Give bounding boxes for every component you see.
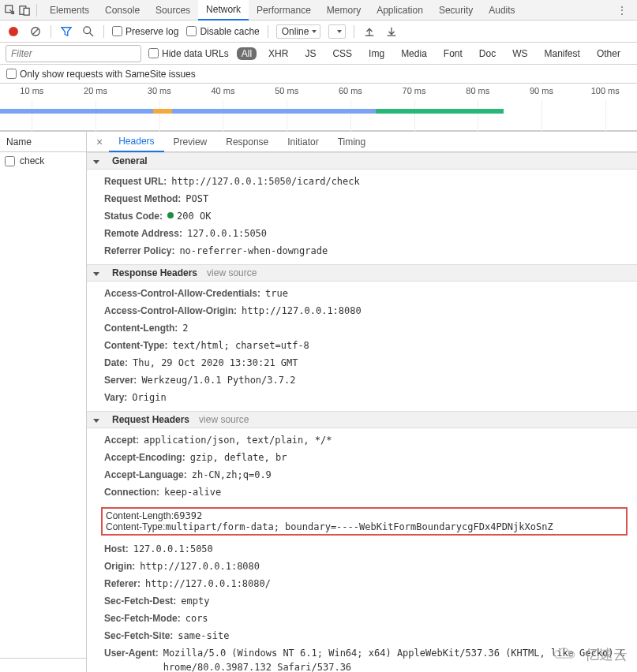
dtab-initiator[interactable]: Initiator	[278, 133, 328, 151]
filter-input[interactable]	[6, 46, 141, 62]
section-request-headers: Accept:application/json, text/plain, */*…	[87, 428, 637, 506]
dtab-timing[interactable]: Timing	[328, 133, 376, 151]
reqlist-footer	[0, 658, 86, 672]
type-filter-img[interactable]: Img	[364, 47, 389, 60]
preserve-log-label: Preserve log	[126, 26, 178, 37]
request-row-checkbox[interactable]	[5, 156, 15, 166]
kv-val: text/html; charset=utf-8	[172, 338, 631, 353]
search-icon[interactable]	[81, 24, 96, 39]
kv-val: keep-alive	[164, 485, 631, 499]
samesite-label: Only show requests with SameSite issues	[20, 69, 196, 80]
tab-console[interactable]: Console	[97, 1, 148, 20]
kv-val: empty	[181, 594, 631, 608]
type-filter-css[interactable]: CSS	[328, 47, 357, 60]
kv-key: Request Method:	[104, 192, 181, 206]
kv-val: 69392	[174, 510, 202, 521]
tick-label: 50 ms	[255, 86, 319, 95]
type-filter-js[interactable]: JS	[300, 47, 320, 60]
tab-network[interactable]: Network	[198, 0, 249, 21]
kv-key: Accept-Language:	[104, 468, 187, 482]
tab-label: Audits	[489, 5, 515, 16]
kv-val: same-site	[178, 629, 631, 643]
type-filter-all[interactable]: All	[237, 47, 257, 60]
kv-val: POST	[185, 192, 631, 206]
section-request-headers-toggle[interactable]: Request Headers view source	[87, 411, 637, 428]
clear-button[interactable]	[28, 24, 43, 39]
tab-label: Security	[439, 5, 473, 16]
hide-data-urls-checkbox[interactable]: Hide data URLs	[148, 48, 229, 59]
network-overview-timeline[interactable]: 10 ms 20 ms 30 ms 40 ms 50 ms 60 ms 70 m…	[0, 84, 637, 131]
throttling-presets-dropdown[interactable]	[328, 24, 346, 39]
type-filter-xhr[interactable]: XHR	[264, 47, 293, 60]
device-toolbar-icon[interactable]	[17, 3, 32, 17]
watermark: 亿速云	[552, 645, 628, 664]
tick-label: 20 ms	[64, 86, 128, 95]
kv-key: Referer:	[104, 577, 141, 591]
type-filter-doc[interactable]: Doc	[474, 47, 500, 60]
type-filter-manifest[interactable]: Manifest	[540, 47, 585, 60]
reqlist-header-name[interactable]: Name	[0, 132, 86, 152]
tab-security[interactable]: Security	[431, 1, 481, 20]
highlight-box: Content-Length:69392 Content-Type:multip…	[101, 507, 628, 536]
export-har-icon[interactable]	[384, 24, 399, 39]
cloud-icon	[552, 647, 580, 663]
tick-label: 70 ms	[382, 86, 446, 95]
dtab-headers[interactable]: Headers	[109, 132, 163, 152]
type-filter-media[interactable]: Media	[396, 47, 432, 60]
tab-performance[interactable]: Performance	[249, 1, 319, 20]
type-filter-other[interactable]: Other	[592, 47, 625, 60]
request-row-name: check	[20, 155, 44, 166]
samesite-filter-row: Only show requests with SameSite issues	[0, 65, 637, 84]
dtab-response[interactable]: Response	[216, 133, 278, 151]
type-filter-group: All XHR JS CSS Img Media Font Doc WS Man…	[237, 47, 625, 60]
request-row[interactable]: check	[0, 152, 86, 170]
disable-cache-checkbox[interactable]: Disable cache	[186, 26, 259, 37]
settings-menu-icon[interactable]: ⋮	[615, 3, 629, 17]
kv-val: http://127.0.0.1:5050/icard/check	[171, 174, 631, 189]
kv-key: Connection:	[104, 485, 159, 499]
tab-sources[interactable]: Sources	[148, 1, 198, 20]
view-source-link[interactable]: view source	[207, 267, 257, 278]
filter-toggle-icon[interactable]	[59, 24, 73, 39]
throttling-value: Online	[282, 26, 309, 37]
hide-data-urls-label: Hide data URLs	[162, 48, 229, 59]
tick-label: 100 ms	[573, 86, 637, 95]
chevron-down-icon	[93, 419, 99, 423]
kv-val: 127.0.0.1:5050	[187, 226, 631, 241]
throttling-dropdown[interactable]: Online	[276, 24, 321, 39]
tab-memory[interactable]: Memory	[319, 1, 369, 20]
type-filter-font[interactable]: Font	[439, 47, 467, 60]
record-button[interactable]	[6, 24, 21, 39]
tick-label: 80 ms	[446, 86, 510, 95]
section-response-headers-toggle[interactable]: Response Headers view source	[87, 264, 637, 282]
kv-key: Request URL:	[104, 174, 167, 189]
kv-val: gzip, deflate, br	[190, 450, 631, 465]
tick-label: 40 ms	[191, 86, 255, 95]
kv-key: Date:	[104, 356, 128, 370]
chevron-down-icon	[93, 272, 99, 276]
kv-val: true	[265, 286, 631, 301]
tab-application[interactable]: Application	[369, 1, 431, 20]
kv-val: no-referrer-when-downgrade	[179, 244, 631, 258]
import-har-icon[interactable]	[362, 24, 377, 39]
tab-audits[interactable]: Audits	[481, 1, 523, 20]
chevron-down-icon	[93, 160, 99, 164]
disable-cache-label: Disable cache	[200, 26, 259, 37]
svg-rect-2	[24, 8, 29, 15]
kv-key: Accept:	[104, 433, 139, 447]
section-response-headers: Access-Control-Allow-Credentials:true Ac…	[87, 282, 637, 411]
preserve-log-checkbox[interactable]: Preserve log	[112, 26, 178, 37]
samesite-checkbox[interactable]: Only show requests with SameSite issues	[6, 69, 196, 80]
tab-elements[interactable]: Elements	[42, 1, 97, 20]
inspect-element-icon[interactable]	[3, 3, 17, 17]
section-general-toggle[interactable]: General	[87, 152, 637, 170]
view-source-link[interactable]: view source	[199, 414, 249, 425]
tab-label: Memory	[327, 5, 361, 16]
dtab-preview[interactable]: Preview	[164, 133, 217, 151]
type-filter-ws[interactable]: WS	[508, 47, 532, 60]
kv-key: Sec-Fetch-Site:	[104, 629, 173, 643]
main-split: Name check × Headers Preview Response In…	[0, 131, 637, 672]
close-details-icon[interactable]: ×	[90, 136, 109, 148]
svg-point-9	[569, 653, 573, 657]
tab-label: Performance	[257, 5, 311, 16]
